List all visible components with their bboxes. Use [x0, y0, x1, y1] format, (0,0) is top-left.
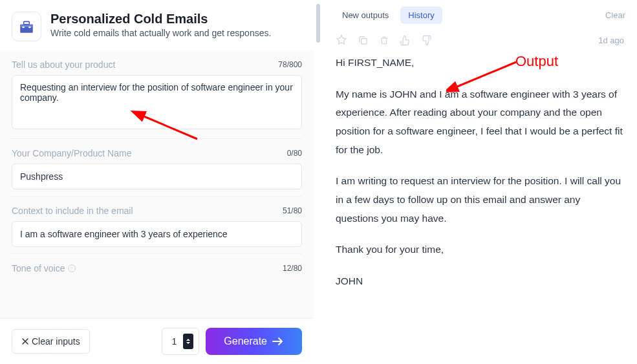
context-counter: 51/80	[283, 206, 302, 215]
clear-inputs-button[interactable]: Clear inputs	[12, 329, 90, 354]
tab-new-outputs[interactable]: New outputs	[334, 6, 396, 24]
arrow-right-icon	[272, 337, 284, 346]
scrollbar-thumb[interactable]	[316, 4, 320, 43]
output-p3: Thank you for your time,	[336, 241, 624, 259]
output-p1: My name is JOHN and I am a software engi…	[336, 85, 624, 160]
thumbs-up-icon[interactable]	[400, 35, 411, 46]
panel-divider	[314, 0, 323, 364]
output-p4: JOHN	[336, 272, 624, 291]
output-greeting: Hi FIRST_NAME,	[336, 54, 624, 72]
generate-button[interactable]: Generate	[206, 328, 302, 355]
tabs-row: New outputs History Clear	[323, 0, 637, 28]
info-icon[interactable]: ?	[68, 264, 76, 272]
output-meta: 1d ago	[323, 28, 637, 48]
star-icon[interactable]	[336, 34, 347, 46]
tone-group: Tone of voice ? 12/80	[12, 253, 302, 285]
input-panel: Personalized Cold Emails Write cold emai…	[0, 0, 314, 364]
company-group: Your Company/Product Name 0/80	[12, 138, 302, 196]
svg-rect-4	[28, 27, 30, 28]
product-group: Tell us about your product 78/800	[12, 50, 302, 138]
output-p2: I am writing to request an interview for…	[336, 172, 624, 228]
footer-bar: Clear inputs 1 Generate	[0, 318, 314, 364]
svg-rect-2	[24, 21, 30, 24]
tab-history[interactable]: History	[400, 6, 442, 24]
context-label: Context to include in the email	[12, 206, 133, 216]
clear-inputs-label: Clear inputs	[32, 336, 80, 347]
clear-history-button[interactable]: Clear	[605, 10, 625, 20]
output-panel: New outputs History Clear 1d ago	[323, 0, 637, 364]
page-subtitle: Write cold emails that actually work and…	[50, 28, 271, 38]
page-header: Personalized Cold Emails Write cold emai…	[0, 0, 314, 50]
tone-counter: 12/80	[283, 264, 302, 273]
trash-icon[interactable]	[379, 35, 389, 46]
close-icon	[21, 337, 29, 345]
form-area: Tell us about your product 78/800 Your C…	[0, 50, 314, 318]
tone-label: Tone of voice ?	[12, 263, 76, 273]
quantity-value: 1	[171, 336, 177, 347]
company-label: Your Company/Product Name	[12, 148, 131, 158]
product-label: Tell us about your product	[12, 59, 115, 70]
output-timestamp: 1d ago	[598, 36, 624, 45]
thumbs-down-icon[interactable]	[421, 35, 432, 46]
company-input[interactable]	[12, 164, 302, 189]
company-counter: 0/80	[287, 149, 302, 158]
product-textarea[interactable]	[12, 75, 302, 129]
quantity-stepper[interactable]: 1	[162, 328, 199, 355]
output-body: Hi FIRST_NAME, My name is JOHN and I am …	[323, 48, 637, 364]
copy-icon[interactable]	[358, 35, 369, 46]
tone-label-text: Tone of voice	[12, 263, 65, 273]
product-counter: 78/800	[278, 60, 302, 69]
svg-rect-5	[362, 38, 367, 43]
page-title: Personalized Cold Emails	[50, 12, 271, 27]
context-group: Context to include in the email 51/80	[12, 196, 302, 253]
svg-rect-3	[23, 27, 25, 28]
tool-icon	[12, 12, 41, 41]
context-input[interactable]	[12, 221, 302, 247]
quantity-spin-icon[interactable]	[183, 334, 193, 349]
generate-label: Generate	[224, 336, 267, 347]
